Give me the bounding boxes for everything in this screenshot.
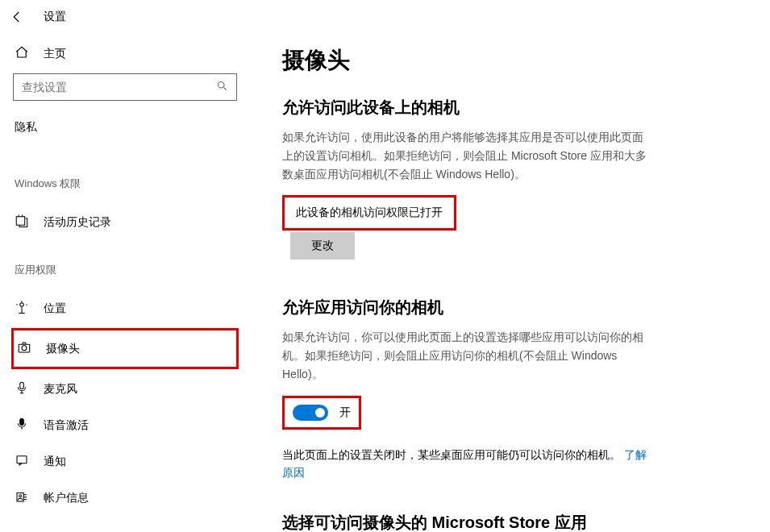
nav-location[interactable]: 位置	[0, 290, 250, 326]
app-camera-toggle[interactable]	[293, 405, 328, 421]
status-text: 此设备的相机访问权限已打开	[296, 206, 443, 218]
privacy-heading: 隐私	[0, 120, 250, 135]
nav-item-label: 位置	[44, 301, 66, 316]
account-icon	[15, 489, 29, 506]
microphone-icon	[15, 380, 29, 397]
nav-camera[interactable]: 摄像头	[14, 330, 236, 367]
nav-notifications[interactable]: 通知	[0, 443, 250, 480]
titlebar: 设置	[0, 0, 770, 34]
search-input[interactable]	[13, 73, 237, 101]
svg-rect-6	[20, 418, 24, 425]
activity-icon	[15, 214, 29, 231]
camera-icon	[17, 340, 31, 357]
home-icon	[15, 45, 29, 62]
notification-icon	[15, 453, 29, 470]
nav-home[interactable]: 主页	[0, 44, 250, 73]
note-text: 当此页面上的设置关闭时，某些桌面应用可能仍可以访问你的相机。	[282, 448, 621, 461]
nav-item-label: 摄像头	[46, 342, 80, 356]
section1-desc: 如果允许访问，使用此设备的用户将能够选择其应用是否可以使用此页面上的设置访问相机…	[282, 128, 653, 184]
back-icon[interactable]	[10, 10, 24, 24]
section1-heading: 允许访问此设备上的相机	[282, 97, 738, 118]
change-button[interactable]: 更改	[290, 232, 355, 260]
svg-point-0	[219, 82, 225, 89]
nav-voice-activation[interactable]: 语音激活	[0, 407, 250, 443]
nav-microphone[interactable]: 麦克风	[0, 371, 250, 407]
svg-rect-5	[20, 382, 24, 389]
svg-point-4	[22, 346, 27, 351]
nav-item-label: 语音激活	[44, 418, 89, 433]
section2-desc: 如果允许访问，你可以使用此页面上的设置选择哪些应用可以访问你的相机。如果拒绝访问…	[282, 328, 653, 384]
window-title: 设置	[44, 10, 66, 24]
sidebar: 主页 隐私 Windows 权限 活动历史记录 应用权限	[0, 34, 250, 532]
location-icon	[15, 300, 29, 317]
device-camera-status: 此设备的相机访问权限已打开	[282, 195, 456, 231]
section-app-perm: 应用权限	[0, 263, 250, 277]
nav-activity-history[interactable]: 活动历史记录	[0, 204, 250, 240]
search-field[interactable]	[22, 81, 216, 94]
section-windows-perm: Windows 权限	[0, 177, 250, 191]
nav-item-label: 通知	[44, 455, 66, 469]
main-content: 摄像头 允许访问此设备上的相机 如果允许访问，使用此设备的用户将能够选择其应用是…	[250, 34, 770, 532]
section2-heading: 允许应用访问你的相机	[282, 297, 738, 318]
toggle-label: 开	[339, 405, 351, 420]
svg-point-9	[19, 495, 22, 497]
svg-point-2	[20, 303, 24, 307]
search-icon	[216, 80, 228, 94]
voice-icon	[15, 417, 29, 434]
nav-account-info[interactable]: 帐户信息	[0, 480, 250, 516]
nav-item-label: 麦克风	[44, 382, 77, 397]
section2-note: 当此页面上的设置关闭时，某些桌面应用可能仍可以访问你的相机。 了解原因	[282, 446, 653, 482]
svg-rect-7	[17, 456, 27, 463]
section3-heading: 选择可访问摄像头的 Microsoft Store 应用	[282, 512, 738, 532]
nav-camera-highlight: 摄像头	[11, 328, 239, 369]
svg-rect-1	[16, 217, 25, 226]
nav-item-label: 活动历史记录	[44, 215, 111, 230]
nav-item-label: 帐户信息	[44, 491, 89, 505]
app-camera-toggle-highlight: 开	[282, 396, 361, 430]
nav-home-label: 主页	[44, 47, 66, 61]
page-title: 摄像头	[282, 45, 738, 76]
